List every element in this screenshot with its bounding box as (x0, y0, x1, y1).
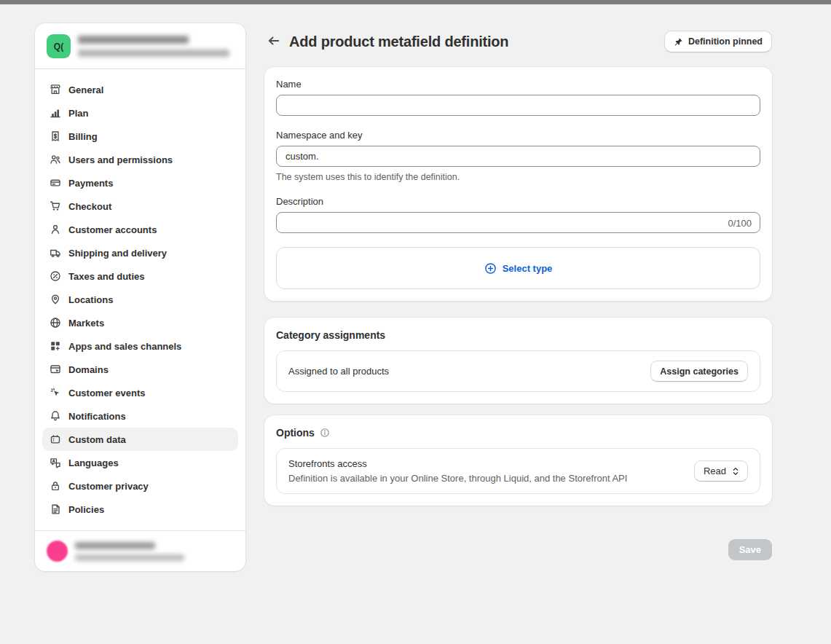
storefronts-access-description: Definition is available in your Online S… (288, 473, 682, 484)
page-header: Add product metafield definition Definit… (264, 31, 772, 52)
sidebar-item-shipping-and-delivery[interactable]: Shipping and delivery (42, 241, 238, 264)
store-avatar: Q( (47, 34, 71, 58)
page-title: Add product metafield definition (289, 34, 508, 50)
assign-categories-button[interactable]: Assign categories (650, 361, 748, 382)
sidebar-item-general[interactable]: General (42, 78, 238, 101)
users-icon (50, 154, 61, 165)
sidebar-item-checkout[interactable]: Checkout (42, 195, 238, 218)
user-name-redacted (75, 542, 155, 549)
payments-card-icon (50, 177, 61, 189)
category-assignments-card: Category assignments Assigned to all pro… (264, 318, 772, 404)
sidebar-item-customer-events[interactable]: Customer events (42, 381, 238, 404)
sidebar-item-custom-data[interactable]: Custom data (42, 428, 238, 451)
user-account-menu[interactable] (35, 530, 245, 571)
name-label: Name (276, 79, 760, 90)
definition-pinned-button[interactable]: Definition pinned (664, 31, 772, 52)
definition-form-card: Name Namespace and key The system uses t… (264, 67, 772, 301)
settings-sidebar: Q( General Plan Billing Users and permis… (35, 23, 245, 571)
location-pin-icon (50, 294, 61, 305)
metafields-icon (50, 433, 61, 445)
options-heading: Options (276, 427, 760, 439)
category-status-text: Assigned to all products (288, 366, 389, 377)
category-assignments-heading: Category assignments (276, 329, 760, 341)
user-email-redacted (75, 554, 184, 561)
store-url-redacted (78, 50, 229, 57)
sidebar-item-taxes-and-duties[interactable]: Taxes and duties (42, 264, 238, 288)
options-card: Options Storefronts access Definition is… (264, 415, 772, 506)
name-input[interactable] (276, 95, 760, 116)
store-switcher[interactable]: Q( (35, 23, 245, 69)
back-arrow-icon (267, 34, 280, 50)
top-window-strip (0, 0, 831, 4)
sidebar-item-domains[interactable]: Domains (42, 358, 238, 381)
save-button[interactable]: Save (728, 539, 772, 560)
cursor-click-icon (50, 387, 61, 398)
namespace-label: Namespace and key (276, 130, 760, 141)
storefronts-access-row: Storefronts access Definition is availab… (276, 448, 760, 494)
description-label: Description (276, 196, 760, 207)
plan-chart-icon (50, 107, 61, 119)
namespace-input[interactable] (276, 146, 760, 167)
sidebar-item-plan[interactable]: Plan (42, 101, 238, 125)
page-actions: Save (264, 539, 772, 560)
sidebar-item-markets[interactable]: Markets (42, 311, 238, 334)
sidebar-item-payments[interactable]: Payments (42, 171, 238, 195)
info-icon[interactable] (320, 428, 330, 438)
store-icon (50, 84, 61, 95)
user-avatar (47, 541, 68, 562)
settings-nav: General Plan Billing Users and permissio… (35, 69, 245, 530)
truck-icon (50, 247, 61, 259)
globe-icon (50, 317, 61, 329)
pin-icon (674, 37, 683, 47)
cart-icon (50, 200, 61, 212)
sidebar-item-policies[interactable]: Policies (42, 498, 238, 521)
sidebar-item-billing[interactable]: Billing (42, 125, 238, 148)
lock-icon (50, 480, 61, 492)
storefronts-access-info: Storefronts access Definition is availab… (288, 458, 682, 484)
document-icon (50, 503, 61, 515)
sidebar-item-customer-privacy[interactable]: Customer privacy (42, 474, 238, 498)
apps-grid-icon (50, 340, 61, 352)
sidebar-item-notifications[interactable]: Notifications (42, 404, 238, 428)
store-info (78, 36, 229, 57)
sidebar-item-languages[interactable]: Languages (42, 451, 238, 474)
store-name-redacted (78, 36, 189, 44)
bell-icon (50, 410, 61, 422)
percent-icon (50, 270, 61, 282)
translate-icon (50, 457, 61, 468)
namespace-help-text: The system uses this to identify the def… (276, 172, 760, 182)
storefronts-access-title: Storefronts access (288, 458, 682, 469)
sidebar-item-users-and-permissions[interactable]: Users and permissions (42, 148, 238, 171)
category-assignment-row: Assigned to all products Assign categori… (276, 350, 760, 392)
select-type-button[interactable]: Select type (276, 247, 760, 289)
back-button[interactable] (264, 32, 283, 51)
billing-receipt-icon (50, 130, 61, 142)
person-icon (50, 224, 61, 235)
sidebar-item-customer-accounts[interactable]: Customer accounts (42, 218, 238, 241)
plus-circle-icon (484, 262, 497, 275)
sidebar-item-apps-and-sales-channels[interactable]: Apps and sales channels (42, 334, 238, 358)
updown-caret-icon (731, 466, 740, 476)
browser-window-icon (50, 364, 61, 375)
user-info (75, 542, 184, 561)
description-input[interactable] (276, 212, 760, 233)
sidebar-item-locations[interactable]: Locations (42, 288, 238, 311)
storefronts-access-select[interactable]: Read (694, 460, 748, 482)
